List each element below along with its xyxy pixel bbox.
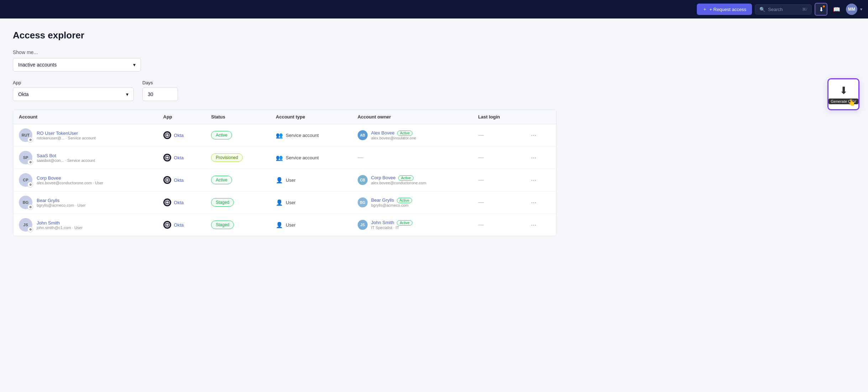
request-access-button[interactable]: ＋ + Request access [697,4,752,15]
request-access-label: + Request access [709,7,746,12]
account-name[interactable]: Bear Grylls [37,198,86,203]
owner-active-badge: Active [397,131,412,136]
account-name[interactable]: Corp Bovee [37,175,103,181]
app-name[interactable]: Okta [174,222,184,228]
account-info: Bear Grylls bgrylls@acmeco.com · User [37,198,86,207]
account-name[interactable]: John Smith [37,220,83,226]
last-login: — [478,154,484,160]
owner-name-row: Corp Bovee Active [371,175,426,181]
owner-name[interactable]: Corp Bovee [371,175,396,180]
table-body: RUT ⚙ RO User TokenUser rotokenuser@... … [13,124,556,236]
app-cell: Okta [163,154,200,161]
download-button[interactable]: ⬇ [815,3,827,16]
account-type-cell: 👥 Service account [276,132,346,139]
bookmark-icon: 📖 [833,6,840,13]
account-type-label: User [286,178,295,183]
account-name[interactable]: SaaS Bot [37,153,95,158]
account-cell: CP ⚙ Corp Bovee alex.bovee@conductorone.… [19,173,152,187]
bookmark-button[interactable]: 📖 [830,3,843,16]
account-type-label: User [286,200,295,205]
type-icon: 👥 [276,154,283,161]
account-name[interactable]: RO User TokenUser [37,131,96,136]
page-title: Access explorer [13,30,557,41]
owner-info: Bear Grylls Active bgrylls@acmeco.com [371,197,412,207]
table-header: Account App Status Account type Account … [13,110,556,124]
user-menu-group[interactable]: MM ▾ [846,4,862,15]
app-name[interactable]: Okta [174,155,184,160]
top-navigation: ＋ + Request access 🔍 Search ⌘/ ⬇ 📖 MM ▾ [0,0,868,18]
account-info: John Smith john.smith@c1.com · User [37,220,83,230]
search-bar[interactable]: 🔍 Search ⌘/ [755,4,812,15]
owner-cell: BG Bear Grylls Active bgrylls@acmeco.com [358,197,467,207]
last-login: — [478,222,484,228]
avatar-initials: SP [23,155,28,160]
owner-name[interactable]: Alex Bovee [371,130,395,136]
app-icon [163,221,171,229]
show-me-dropdown[interactable]: Inactive accounts ▾ [13,58,141,71]
status-badge: Staged [211,198,234,207]
status-badge: Staged [211,221,234,229]
account-info: SaaS Bot saasbot@con... · Service accoun… [37,153,95,163]
app-filter-group: App Okta ▾ [13,80,134,101]
app-icon [163,131,171,139]
avatar-initials: JS [23,223,28,227]
user-avatar[interactable]: MM [846,4,857,15]
owner-info: John Smith Active IT Specialist · IT [371,220,412,230]
download-csv-icon: ⬇ [840,85,848,96]
app-name[interactable]: Okta [174,200,184,205]
owner-avatar: CB [358,175,368,185]
status-badge: Active [211,176,232,184]
account-type-cell: 👥 Service account [276,154,346,161]
account-type-cell: 👤 User [276,177,346,184]
generate-csv-button[interactable]: ⬇ Generate CSV 👆 [827,78,859,110]
account-avatar: CP ⚙ [19,173,32,187]
avatar-initials: CP [23,178,28,182]
days-label: Days [142,80,178,85]
account-sub: bgrylls@acmeco.com · User [37,203,86,207]
last-login: — [478,177,484,183]
days-filter-group: Days [142,80,178,101]
plus-icon: ＋ [703,6,707,12]
account-cell: SP ⚙ SaaS Bot saasbot@con... · Service a… [19,151,152,164]
app-name[interactable]: Okta [174,178,184,183]
app-badge: ⚙ [27,204,33,210]
results-table-container: Account App Status Account type Account … [13,110,557,236]
owner-name-row: Bear Grylls Active [371,197,412,203]
app-icon [163,154,171,161]
app-dropdown[interactable]: Okta ▾ [13,88,134,101]
account-type-cell: 👤 User [276,199,346,206]
account-cell: JS ⚙ John Smith john.smith@c1.com · User [19,218,152,232]
more-options-button[interactable]: ··· [528,220,539,230]
table-row: CP ⚙ Corp Bovee alex.bovee@conductorone.… [13,169,556,191]
col-status: Status [205,110,270,124]
more-options-button[interactable]: ··· [528,197,539,208]
app-badge: ⚙ [27,182,33,187]
more-options-button[interactable]: ··· [528,175,539,185]
account-avatar: SP ⚙ [19,151,32,164]
search-placeholder: Search [768,7,783,12]
col-account-type: Account type [270,110,352,124]
account-sub: saasbot@con... · Service account [37,158,95,163]
more-options-button[interactable]: ··· [528,153,539,163]
app-cell: Okta [163,221,200,229]
col-last-login: Last login [472,110,522,124]
notification-dot [822,5,825,8]
owner-email: IT Specialist · IT [371,226,412,230]
owner-name[interactable]: Bear Grylls [371,197,394,203]
table-row: RUT ⚙ RO User TokenUser rotokenuser@... … [13,124,556,147]
user-dropdown-chevron[interactable]: ▾ [860,7,862,12]
app-badge: ⚙ [27,227,33,232]
account-info: Corp Bovee alex.bovee@conductorone.com ·… [37,175,103,185]
more-options-button[interactable]: ··· [528,130,539,141]
days-input[interactable] [142,88,178,101]
owner-active-badge: Active [397,220,412,226]
search-shortcut: ⌘/ [802,7,807,12]
cursor-icon: 👆 [848,99,856,106]
account-sub: rotokenuser@... · Service account [37,136,96,140]
owner-cell: CB Corp Bovee Active alex.bovee@conducto… [358,175,467,185]
app-cell: Okta [163,131,200,139]
table-row: SP ⚙ SaaS Bot saasbot@con... · Service a… [13,147,556,169]
app-name[interactable]: Okta [174,133,184,138]
owner-name[interactable]: John Smith [371,220,394,225]
account-sub: alex.bovee@conductorone.com · User [37,181,103,185]
